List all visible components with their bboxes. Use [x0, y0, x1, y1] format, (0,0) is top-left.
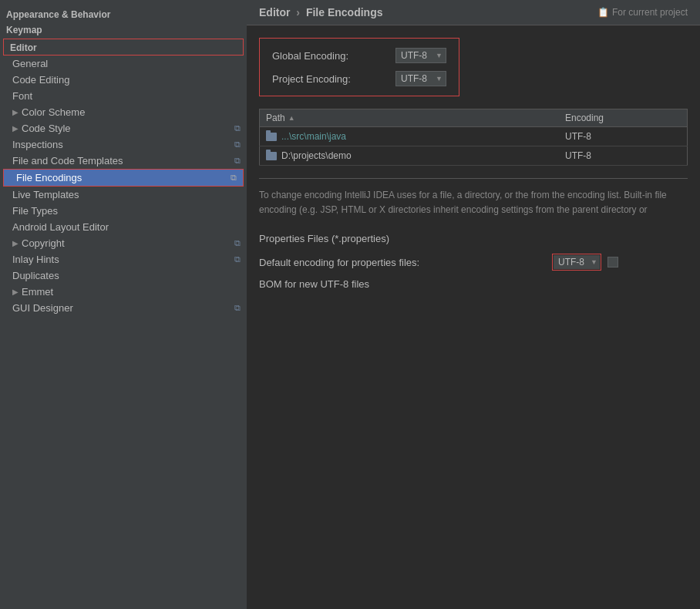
project-icon: 📋 — [597, 7, 609, 18]
default-encoding-label: Default encoding for properties files: — [259, 257, 552, 268]
project-encoding-select[interactable]: UTF-8 — [395, 71, 446, 86]
breadcrumb-editor: Editor — [259, 6, 290, 19]
info-text: To change encoding IntelliJ IDEA uses fo… — [259, 178, 688, 217]
copy-icon: ⧉ — [234, 303, 241, 313]
sidebar-item-inspections[interactable]: Inspections ⧉ — [0, 136, 247, 153]
project-encoding-label: Project Encoding: — [272, 73, 395, 85]
default-encoding-select[interactable]: UTF-8 — [554, 255, 600, 269]
sidebar-item-color-scheme[interactable]: ▶ Color Scheme — [0, 104, 247, 120]
sidebar-section-keymap[interactable]: Keymap — [0, 22, 247, 37]
main-content-area: Editor › File Encodings 📋 For current pr… — [247, 0, 700, 609]
sidebar-section-appearance[interactable]: Appearance & Behavior — [0, 6, 247, 22]
encoding-cell: UTF-8 — [559, 146, 688, 166]
sidebar-item-inlay-hints[interactable]: Inlay Hints ⧉ — [0, 251, 247, 267]
sidebar-item-code-style[interactable]: ▶ Code Style ⧉ — [0, 120, 247, 136]
arrow-icon: ▶ — [12, 124, 19, 133]
table-row[interactable]: D:\projects\demo UTF-8 — [260, 146, 688, 166]
global-encoding-row: Global Encoding: UTF-8 — [272, 48, 446, 63]
encoding-settings-box: Global Encoding: UTF-8 Project Encoding:… — [259, 38, 459, 96]
bom-label: BOM for new UTF-8 files — [259, 278, 369, 290]
arrow-icon: ▶ — [12, 239, 19, 247]
global-encoding-select-wrapper[interactable]: UTF-8 — [395, 48, 446, 63]
path-cell: D:\projects\demo — [260, 146, 560, 166]
default-encoding-select-container[interactable]: UTF-8 ▼ — [552, 254, 601, 271]
encoding-column-header[interactable]: Encoding — [559, 109, 688, 127]
copy-icon: ⧉ — [234, 156, 241, 166]
sidebar-section-editor[interactable]: Editor — [4, 39, 243, 55]
path-value: ...\src\main\java — [281, 131, 346, 142]
folder-icon — [266, 152, 277, 160]
global-encoding-select[interactable]: UTF-8 — [395, 48, 446, 63]
content-area: Global Encoding: UTF-8 Project Encoding:… — [247, 25, 700, 609]
sidebar-item-file-types[interactable]: File Types — [0, 203, 247, 219]
properties-section: Properties Files (*.properties) Default … — [259, 233, 688, 290]
sidebar-item-android-layout-editor[interactable]: Android Layout Editor — [0, 219, 247, 235]
breadcrumb-separator: › — [296, 6, 303, 19]
bom-row: BOM for new UTF-8 files — [259, 278, 688, 290]
copy-icon: ⧉ — [234, 140, 241, 150]
breadcrumb-file-encodings: File Encodings — [306, 6, 383, 19]
file-encoding-table: Path ▲ Encoding ...\src\main\java — [259, 109, 688, 166]
copy-icon: ⧉ — [234, 254, 241, 264]
path-value: D:\projects\demo — [281, 150, 352, 161]
sidebar-item-font[interactable]: Font — [0, 88, 247, 104]
copy-icon: ⧉ — [234, 238, 241, 248]
folder-icon — [266, 133, 277, 141]
sidebar-item-general[interactable]: General — [0, 56, 247, 72]
copy-icon: ⧉ — [234, 123, 241, 133]
sidebar-item-duplicates[interactable]: Duplicates — [0, 267, 247, 284]
sidebar-item-file-and-code-templates[interactable]: File and Code Templates ⧉ — [0, 153, 247, 169]
arrow-icon: ▶ — [12, 288, 19, 296]
table-row[interactable]: ...\src\main\java UTF-8 — [260, 127, 688, 146]
project-encoding-select-wrapper[interactable]: UTF-8 — [395, 71, 446, 86]
sidebar-item-copyright[interactable]: ▶ Copyright ⧉ — [0, 235, 247, 251]
encoding-cell: UTF-8 — [559, 127, 688, 146]
sidebar-item-code-editing[interactable]: Code Editing — [0, 72, 247, 88]
sidebar-item-file-encodings[interactable]: File Encodings ⧉ — [3, 169, 244, 187]
default-encoding-row: Default encoding for properties files: U… — [259, 254, 688, 271]
breadcrumb-bar: Editor › File Encodings 📋 For current pr… — [247, 0, 700, 25]
global-encoding-label: Global Encoding: — [272, 50, 395, 62]
transparent-checkbox[interactable] — [607, 257, 618, 267]
table-header-row: Path ▲ Encoding — [260, 109, 688, 127]
sort-arrow-icon: ▲ — [288, 114, 295, 122]
settings-sidebar: Appearance & Behavior Keymap Editor Gene… — [0, 0, 247, 609]
path-column-header[interactable]: Path ▲ — [260, 109, 560, 127]
sidebar-item-live-templates[interactable]: Live Templates — [0, 187, 247, 203]
path-cell: ...\src\main\java — [260, 127, 560, 146]
project-encoding-row: Project Encoding: UTF-8 — [272, 71, 446, 86]
arrow-icon: ▶ — [12, 108, 19, 116]
sidebar-item-gui-designer[interactable]: GUI Designer ⧉ — [0, 300, 247, 316]
properties-section-title: Properties Files (*.properties) — [259, 233, 688, 244]
breadcrumb: Editor › File Encodings — [259, 6, 382, 19]
sidebar-item-emmet[interactable]: ▶ Emmet — [0, 284, 247, 300]
copy-icon: ⧉ — [231, 173, 237, 183]
for-current-project[interactable]: 📋 For current project — [597, 7, 688, 18]
